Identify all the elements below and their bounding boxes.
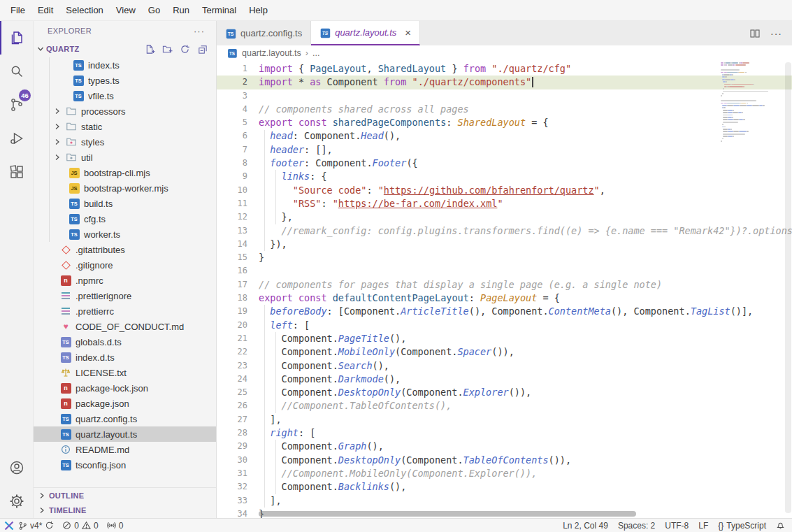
tab-quartz.layout.ts[interactable]: TSquartz.layout.ts× — [311, 21, 420, 45]
code-line-2[interactable]: 2import * as Component from "./quartz/co… — [217, 76, 792, 89]
git-branch-status[interactable]: v4* — [18, 521, 54, 531]
tree-item-LICENSE.txt[interactable]: LICENSE.txt — [34, 365, 216, 380]
tree-item-README.md[interactable]: README.md — [34, 442, 216, 457]
code-line-1[interactable]: 1import { PageLayout, SharedLayout } fro… — [217, 62, 792, 76]
language-mode[interactable]: {} TypeScript — [718, 521, 766, 531]
code-line-25[interactable]: 25 Component.DesktopOnly(Component.Explo… — [217, 386, 792, 399]
menu-item-run[interactable]: Run — [166, 0, 196, 21]
activity-run-debug[interactable] — [0, 122, 33, 155]
activity-explorer[interactable] — [0, 21, 33, 55]
menu-item-help[interactable]: Help — [243, 0, 274, 21]
code-line-30[interactable]: 30 Component.DesktopOnly(Component.Table… — [217, 454, 792, 467]
tree-item-util[interactable]: util — [34, 150, 216, 165]
more-actions-icon[interactable]: ··· — [770, 28, 782, 39]
tree-item-vfile.ts[interactable]: TSvfile.ts — [34, 88, 216, 103]
tree-item-globals.d.ts[interactable]: TSglobals.d.ts — [34, 334, 216, 350]
tree-item-tsconfig.json[interactable]: TStsconfig.json — [34, 457, 216, 473]
code-line-15[interactable]: 15} — [217, 251, 792, 264]
tree-item-quartz.config.ts[interactable]: TSquartz.config.ts — [34, 411, 216, 426]
code-line-26[interactable]: 26 //Component.TableOfContents(), — [217, 399, 792, 412]
code-line-31[interactable]: 31 //Component.MobileOnly(Component.Expl… — [217, 467, 792, 480]
more-actions-icon[interactable]: ··· — [194, 26, 205, 36]
activity-extensions[interactable] — [0, 155, 33, 189]
code-editor[interactable]: 1import { PageLayout, SharedLayout } fro… — [217, 61, 792, 518]
menu-item-go[interactable]: Go — [142, 0, 166, 21]
section-quartz[interactable]: QUARTZ — [34, 41, 216, 57]
tree-item-bootstrap-worker.mjs[interactable]: JSbootstrap-worker.mjs — [34, 180, 216, 196]
activity-source-control[interactable]: 46 — [0, 88, 33, 122]
code-line-20[interactable]: 20 left: [ — [217, 319, 792, 332]
tab-quartz.config.ts[interactable]: TSquartz.config.ts — [217, 21, 311, 45]
code-line-13[interactable]: 13 //remark_config: config.plugins.trans… — [217, 224, 792, 238]
code-line-8[interactable]: 8 footer: Component.Footer({ — [217, 157, 792, 170]
code-line-33[interactable]: 33 ], — [217, 494, 792, 508]
code-line-23[interactable]: 23 Component.Search(), — [217, 359, 792, 373]
code-line-3[interactable]: 3 — [217, 89, 792, 103]
code-line-12[interactable]: 12 }, — [217, 210, 792, 224]
breadcrumb[interactable]: TS quartz.layout.ts › ... — [217, 45, 792, 61]
code-line-32[interactable]: 32 Component.Backlinks(), — [217, 480, 792, 494]
tree-item-types.ts[interactable]: TStypes.ts — [34, 73, 216, 88]
collapse-all-icon[interactable] — [197, 44, 208, 55]
activity-accounts[interactable] — [0, 451, 33, 484]
tree-item-processors[interactable]: processors — [34, 103, 216, 119]
tree-item-styles[interactable]: styles — [34, 134, 216, 150]
tree-item-.prettierignore[interactable]: .prettierignore — [34, 288, 216, 303]
encoding[interactable]: UTF-8 — [665, 521, 689, 531]
activity-settings[interactable] — [0, 484, 33, 518]
code-line-7[interactable]: 7 header: [], — [217, 143, 792, 157]
tree-item-index.d.ts[interactable]: TSindex.d.ts — [34, 350, 216, 365]
horizontal-scrollbar[interactable] — [259, 511, 636, 517]
breadcrumb-symbol[interactable]: ... — [312, 48, 319, 58]
tree-item-index.ts[interactable]: TSindex.ts — [34, 57, 216, 73]
split-editor-icon[interactable] — [749, 28, 761, 39]
menu-item-edit[interactable]: Edit — [31, 0, 59, 21]
code-line-9[interactable]: 9 links: { — [217, 170, 792, 183]
menu-item-selection[interactable]: Selection — [59, 0, 109, 21]
code-line-17[interactable]: 17// components for pages that display a… — [217, 278, 792, 292]
menu-item-view[interactable]: View — [110, 0, 142, 21]
code-line-14[interactable]: 14 }), — [217, 238, 792, 251]
tree-item-.prettierrc[interactable]: .prettierrc — [34, 303, 216, 319]
tree-item-quartz.layout.ts[interactable]: TSquartz.layout.ts — [34, 426, 216, 442]
code-line-6[interactable]: 6 head: Component.Head(), — [217, 129, 792, 143]
tree-item-static[interactable]: static — [34, 119, 216, 134]
tree-item-package.json[interactable]: npackage.json — [34, 396, 216, 411]
cursor-position[interactable]: Ln 2, Col 49 — [563, 521, 608, 531]
notifications-bell[interactable] — [776, 521, 785, 530]
code-line-10[interactable]: 10 "Source code": "https://github.com/bf… — [217, 184, 792, 197]
tree-item-.npmrc[interactable]: n.npmrc — [34, 273, 216, 288]
new-file-icon[interactable] — [145, 44, 155, 55]
tree-item-build.ts[interactable]: TSbuild.ts — [34, 196, 216, 211]
code-line-18[interactable]: 18export const defaultContentPageLayout:… — [217, 292, 792, 305]
code-line-22[interactable]: 22 Component.MobileOnly(Component.Spacer… — [217, 345, 792, 359]
code-line-21[interactable]: 21 Component.PageTitle(), — [217, 332, 792, 345]
problems-status[interactable]: 0 0 — [62, 521, 98, 531]
menu-item-file[interactable]: File — [4, 0, 31, 21]
tree-item-package-lock.json[interactable]: npackage-lock.json — [34, 380, 216, 396]
tree-item-worker.ts[interactable]: TSworker.ts — [34, 227, 216, 242]
code-line-28[interactable]: 28 right: [ — [217, 426, 792, 440]
code-line-19[interactable]: 19 beforeBody: [Component.ArticleTitle()… — [217, 305, 792, 318]
code-line-11[interactable]: 11 "RSS": "https://be-far.com/index.xml" — [217, 197, 792, 210]
code-line-29[interactable]: 29 Component.Graph(), — [217, 440, 792, 453]
tree-item-bootstrap-cli.mjs[interactable]: JSbootstrap-cli.mjs — [34, 165, 216, 180]
menu-item-terminal[interactable]: Terminal — [196, 0, 243, 21]
ports-status[interactable]: 0 — [107, 521, 124, 531]
tree-item-.gitattributes[interactable]: .gitattributes — [34, 242, 216, 257]
vertical-scrollbar[interactable] — [785, 62, 791, 513]
section-timeline[interactable]: TIMELINE — [34, 503, 216, 518]
section-outline[interactable]: OUTLINE — [34, 487, 216, 503]
tree-item-.gitignore[interactable]: .gitignore — [34, 257, 216, 273]
code-line-24[interactable]: 24 Component.Darkmode(), — [217, 373, 792, 386]
code-line-5[interactable]: 5export const sharedPageComponents: Shar… — [217, 116, 792, 129]
tree-item-CODE_OF_CONDUCT.md[interactable]: ♥CODE_OF_CONDUCT.md — [34, 319, 216, 334]
activity-search[interactable] — [0, 55, 33, 88]
close-icon[interactable]: × — [405, 27, 411, 38]
minimap[interactable] — [721, 62, 782, 143]
tree-item-cfg.ts[interactable]: TScfg.ts — [34, 211, 216, 227]
remote-indicator[interactable] — [0, 519, 18, 532]
eol-sequence[interactable]: LF — [698, 521, 708, 531]
refresh-icon[interactable] — [180, 44, 190, 55]
code-line-27[interactable]: 27 ], — [217, 413, 792, 426]
